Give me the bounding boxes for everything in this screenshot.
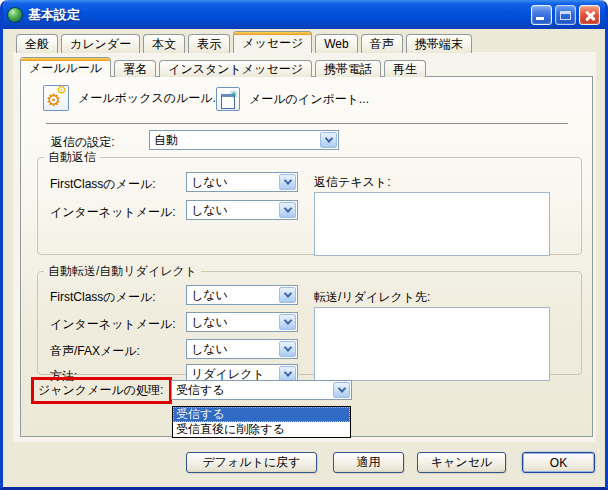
tab-web[interactable]: Web [315,34,357,53]
app-icon [7,7,23,23]
firstclass-mail-label: FirstClassのメール: [50,176,156,193]
tab-mail-rules[interactable]: メールルール [20,57,111,77]
reply-setting-value: 自動 [154,132,338,149]
junk-mail-dropdown-list: 受信する 受信直後に削除する [172,406,351,438]
chevron-down-icon[interactable] [279,287,296,303]
voice-fax-mail-label: 音声/FAXメール: [50,343,140,360]
tab-signature[interactable]: 署名 [114,60,156,77]
mail-import-label: メールのインポート... [249,91,369,108]
auto-forward-voicefax-combobox[interactable]: しない [186,339,298,359]
tab-calendar[interactable]: カレンダー [61,34,140,53]
tab-message[interactable]: メッセージ [233,31,312,53]
tab-body[interactable]: 本文 [143,34,185,53]
reply-text-label: 返信テキスト: [314,174,390,191]
auto-reply-group-title: 自動返信 [44,149,100,166]
tab-mobile-device[interactable]: 携帯端末 [406,34,472,53]
minimize-icon [536,17,544,20]
chevron-down-icon[interactable] [279,341,296,357]
mail-rules-panel: メールボックスのルール... メールのインポート... 返信の設定: 自動 自動… [20,76,593,437]
tab-voice[interactable]: 音声 [361,34,403,53]
dropdown-option-delete-after-receive[interactable]: 受信直後に削除する [173,422,350,437]
firstclass-mail-label: FirstClassのメール: [50,289,156,306]
forward-target-label: 転送/リダイレクト先: [314,289,430,306]
apply-button[interactable]: 適用 [333,452,404,473]
close-icon [580,6,599,24]
ok-button[interactable]: OK [522,452,595,473]
internet-mail-label: インターネットメール: [50,316,176,333]
junk-mail-value: 受信する [176,382,351,399]
mailbox-rules-button[interactable] [43,85,69,111]
chevron-down-icon[interactable] [279,174,296,190]
message-sub-tab-bar: メールルール 署名 インスタントメッセージ 携帯電話 再生 [20,59,426,77]
main-tab-bar: 全般 カレンダー 本文 表示 メッセージ Web 音声 携帯端末 [16,32,472,53]
title-bar[interactable]: 基本設定 [0,0,608,29]
tab-display[interactable]: 表示 [188,34,230,53]
auto-reply-internet-combobox[interactable]: しない [186,200,298,220]
mail-import-button[interactable] [216,87,240,111]
junk-mail-combobox[interactable]: 受信する [171,380,352,400]
junk-mail-label: ジャンクメールの処理: [38,382,163,399]
mailbox-rules-label: メールボックスのルール... [78,90,223,107]
auto-forward-group-title: 自動転送/自動リダイレクト [44,263,201,280]
divider [46,123,568,124]
maximize-button[interactable] [555,5,576,25]
tab-mobile-phone[interactable]: 携帯電話 [315,60,381,77]
chevron-down-icon[interactable] [279,314,296,330]
minimize-button[interactable] [531,5,552,25]
tab-general[interactable]: 全般 [16,34,58,53]
preferences-dialog: 基本設定 全般 カレンダー 本文 表示 メッセージ Web 音声 携帯端末 メー… [0,0,608,490]
internet-mail-label: インターネットメール: [50,204,176,221]
close-button[interactable] [579,5,600,25]
cancel-button[interactable]: キャンセル [417,452,506,473]
reply-setting-combobox[interactable]: 自動 [149,130,339,150]
restore-defaults-button[interactable]: デフォルトに戻す [186,452,317,473]
window-title: 基本設定 [28,6,80,24]
auto-forward-internet-combobox[interactable]: しない [186,312,298,332]
auto-forward-group: 自動転送/自動リダイレクト FirstClassのメール: しない インターネッ… [37,263,582,375]
forward-target-textarea[interactable] [314,307,550,381]
tab-playback[interactable]: 再生 [384,60,426,77]
auto-forward-firstclass-combobox[interactable]: しない [186,285,298,305]
auto-reply-firstclass-combobox[interactable]: しない [186,172,298,192]
junk-mail-annotation-box: ジャンクメールの処理: [31,377,172,404]
dropdown-option-receive[interactable]: 受信する [173,407,350,422]
reply-text-textarea[interactable] [314,192,550,256]
tab-instant-message[interactable]: インスタントメッセージ [159,60,312,77]
chevron-down-icon[interactable] [333,382,350,398]
chevron-down-icon[interactable] [320,132,337,148]
auto-reply-group: 自動返信 FirstClassのメール: しない インターネットメール: しない… [37,149,582,255]
maximize-icon [560,11,571,20]
chevron-down-icon[interactable] [279,202,296,218]
